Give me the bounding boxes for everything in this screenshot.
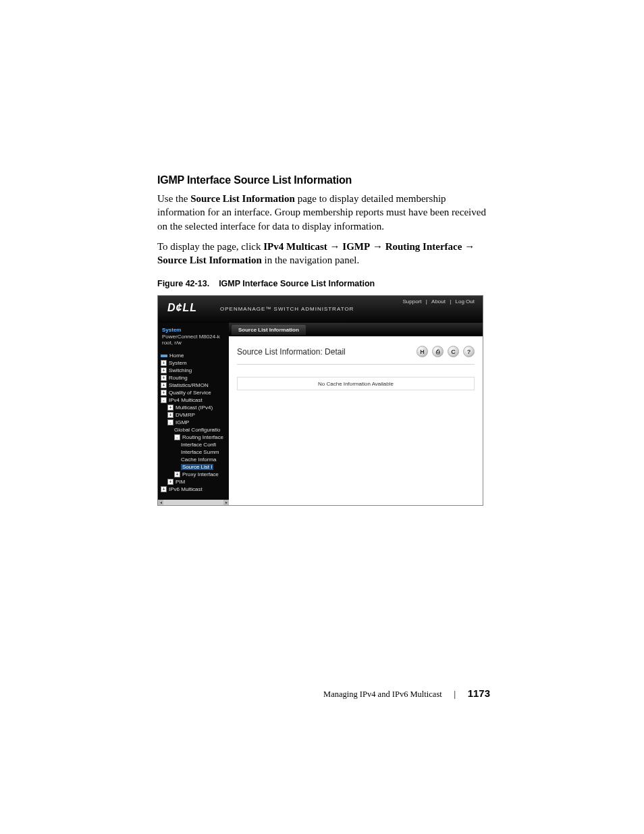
- text: To display the page, click: [157, 241, 263, 252]
- tree-item-pim[interactable]: +PIM: [161, 478, 227, 486]
- tree-item-source-list-info[interactable]: Source List I: [161, 463, 227, 471]
- footer-separator: |: [454, 689, 456, 699]
- label: Statistics/RMON: [169, 382, 209, 388]
- page-footer: Managing IPv4 and IPv6 Multicast | 1173: [0, 687, 644, 700]
- tree-item-ipv6-multicast[interactable]: +IPv6 Multicast: [161, 486, 227, 493]
- refresh-icon[interactable]: C: [448, 346, 459, 357]
- term-source-list-information: Source List Information: [190, 193, 295, 204]
- sidebar-user: root, r/w: [162, 340, 225, 346]
- expand-icon[interactable]: +: [161, 367, 167, 373]
- expand-icon[interactable]: +: [167, 479, 173, 485]
- tree-item-switching[interactable]: +Switching: [161, 367, 227, 374]
- intro-paragraph-2: To display the page, click IPv4 Multicas…: [157, 240, 488, 267]
- arrow-icon: →: [330, 240, 340, 252]
- sidebar-header: System PowerConnect M8024-k root, r/w: [158, 327, 229, 349]
- panel-title: Source List Information: Detail: [237, 347, 346, 357]
- tree-item-statistics[interactable]: +Statistics/RMON: [161, 382, 227, 389]
- no-data-message: No Cache Information Available: [237, 377, 475, 390]
- footer-page-number: 1173: [468, 687, 490, 699]
- scroll-left-icon[interactable]: ◂: [158, 500, 163, 505]
- label: IPv4 Multicast: [169, 397, 203, 403]
- footer-chapter: Managing IPv4 and IPv6 Multicast: [323, 689, 442, 699]
- page-body: IGMP Interface Source List Information U…: [157, 174, 488, 506]
- dell-logo: D¢LL: [167, 302, 197, 314]
- header-links: Support | About | Log Out: [402, 298, 477, 305]
- label: Interface Summ: [181, 449, 219, 455]
- tree-item-dvmrp[interactable]: +DVMRP: [161, 411, 227, 419]
- sidebar-system-label: System: [162, 327, 225, 334]
- label: Routing Interface: [182, 434, 223, 440]
- label: PIM: [176, 479, 185, 485]
- tree-item-ipv4-multicast[interactable]: -IPv4 Multicast: [161, 396, 227, 404]
- expand-icon[interactable]: +: [167, 412, 173, 418]
- panel-header: Source List Information: Detail H ⎙ C ?: [237, 346, 475, 365]
- intro-paragraph-1: Use the Source List Information page to …: [157, 192, 488, 233]
- label-selected: Source List I: [181, 464, 213, 470]
- label: Global Configuratio: [174, 427, 220, 433]
- collapse-icon[interactable]: -: [167, 419, 173, 425]
- tree-item-global-config[interactable]: Global Configuratio: [161, 426, 227, 434]
- label: DVMRP: [176, 412, 195, 418]
- tree-item-system[interactable]: +System: [161, 359, 227, 367]
- tree-item-multicast-ipv4[interactable]: +Multicast (IPv4): [161, 404, 227, 411]
- expand-icon[interactable]: +: [161, 486, 167, 492]
- app-name: OPENMANAGE™ SWITCH ADMINISTRATOR: [220, 306, 354, 312]
- tree-item-interface-config[interactable]: Interface Confi: [161, 441, 227, 448]
- print-icon[interactable]: ⎙: [432, 346, 444, 357]
- figure-caption: Figure 42-13.IGMP Interface Source List …: [157, 279, 488, 288]
- label: Home: [169, 353, 184, 359]
- label: Interface Confi: [181, 442, 216, 448]
- label: Switching: [169, 367, 192, 373]
- expand-icon[interactable]: +: [167, 405, 173, 411]
- link-about[interactable]: About: [431, 298, 446, 305]
- label: Proxy Interface: [182, 471, 219, 477]
- tree-item-routing-interface[interactable]: -Routing Interface: [161, 434, 227, 441]
- expand-icon[interactable]: +: [161, 375, 167, 381]
- separator: |: [426, 298, 427, 305]
- sidebar-scrollbar[interactable]: ◂ ▸: [158, 500, 229, 505]
- collapse-icon[interactable]: -: [161, 397, 167, 403]
- label: IGMP: [176, 419, 189, 425]
- tree-item-qos[interactable]: +Quality of Service: [161, 389, 227, 396]
- tab-row: Source List Information: [229, 323, 483, 336]
- tree-item-home[interactable]: Home: [161, 352, 227, 359]
- figure-number: Figure 42-13.: [157, 279, 209, 288]
- expand-icon[interactable]: +: [161, 382, 167, 388]
- arrow-icon: →: [464, 240, 475, 252]
- main-panel: Source List Information Source List Info…: [229, 323, 483, 505]
- expand-icon[interactable]: +: [174, 471, 180, 477]
- tab-source-list-information[interactable]: Source List Information: [232, 325, 306, 335]
- nav-ipv4-multicast: IPv4 Multicast: [263, 241, 327, 252]
- figure-title: IGMP Interface Source List Information: [219, 279, 375, 288]
- label: Multicast (IPv4): [176, 405, 213, 411]
- ui-body: System PowerConnect M8024-k root, r/w Ho…: [158, 323, 483, 505]
- help-icon[interactable]: ?: [463, 346, 475, 357]
- tree-item-interface-summary[interactable]: Interface Summ: [161, 448, 227, 456]
- ui-screenshot: D¢LL OPENMANAGE™ SWITCH ADMINISTRATOR Su…: [157, 295, 483, 506]
- separator: |: [450, 298, 451, 305]
- panel-toolbar: H ⎙ C ?: [417, 346, 475, 357]
- tree-item-proxy-interface[interactable]: +Proxy Interface: [161, 471, 227, 478]
- sidebar-model: PowerConnect M8024-k: [162, 334, 225, 340]
- link-logout[interactable]: Log Out: [456, 298, 475, 305]
- tree-item-routing[interactable]: +Routing: [161, 374, 227, 382]
- expand-icon[interactable]: +: [161, 390, 167, 396]
- text: Use the: [157, 193, 190, 204]
- expand-icon[interactable]: +: [161, 360, 167, 366]
- label: IPv6 Multicast: [169, 486, 203, 492]
- home-icon: [161, 355, 167, 357]
- save-icon[interactable]: H: [417, 346, 428, 357]
- tree-item-cache-info[interactable]: Cache Informa: [161, 456, 227, 463]
- sidebar: System PowerConnect M8024-k root, r/w Ho…: [158, 323, 229, 505]
- collapse-icon[interactable]: -: [174, 434, 180, 440]
- nav-tree: Home +System +Switching +Routing +Statis…: [158, 349, 229, 493]
- scroll-right-icon[interactable]: ▸: [223, 500, 229, 505]
- label: Routing: [169, 375, 188, 381]
- nav-routing-interface: Routing Interface: [385, 241, 462, 252]
- tree-item-igmp[interactable]: -IGMP: [161, 419, 227, 426]
- ui-header-bar: D¢LL OPENMANAGE™ SWITCH ADMINISTRATOR Su…: [158, 296, 483, 323]
- section-heading: IGMP Interface Source List Information: [157, 174, 488, 186]
- label: Quality of Service: [169, 390, 211, 396]
- nav-igmp: IGMP: [342, 241, 370, 252]
- link-support[interactable]: Support: [403, 298, 422, 305]
